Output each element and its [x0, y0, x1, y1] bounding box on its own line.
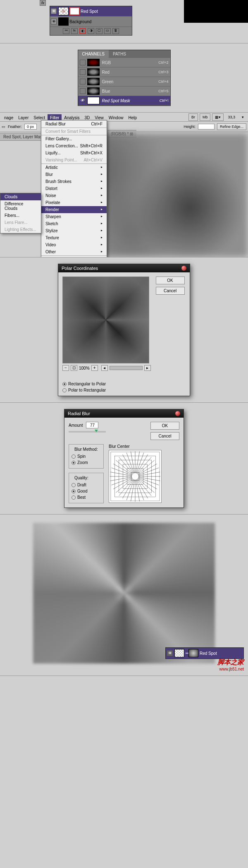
scroll-right-icon[interactable]: ▸: [144, 365, 151, 371]
preview-image[interactable]: [62, 277, 149, 363]
cancel-button[interactable]: Cancel: [156, 287, 185, 295]
mini-bridge-button[interactable]: Mb: [200, 113, 211, 121]
menu-item-stylize[interactable]: Stylize: [41, 227, 107, 234]
close-icon[interactable]: [175, 411, 180, 416]
bridge-button[interactable]: Br: [188, 113, 198, 121]
zoom-dropdown-icon[interactable]: ▾: [239, 114, 246, 120]
tab-paths[interactable]: PATHS: [109, 50, 130, 58]
fx-badge[interactable]: fx: [40, 0, 46, 6]
menu-item-other[interactable]: Other: [41, 248, 107, 255]
new-layer-icon[interactable]: ▭: [104, 28, 111, 34]
radio-polar-to-rect[interactable]: Polar to Rectangular: [62, 387, 186, 393]
channel-row[interactable]: Blue Ctrl+5: [78, 87, 170, 96]
menu-item-digimarc[interactable]: Digimarc: [41, 255, 107, 257]
menu-image[interactable]: nage: [2, 114, 16, 121]
scroll-left-icon[interactable]: ◂: [101, 365, 108, 371]
layer-row[interactable]: 👁 Red Spot: [50, 6, 132, 17]
radio-zoom[interactable]: Zoom: [72, 459, 101, 466]
menu-item-filter-gallery[interactable]: Filter Gallery...: [41, 135, 107, 142]
visibility-icon[interactable]: 👁: [51, 8, 57, 14]
ok-button[interactable]: OK: [150, 422, 179, 430]
menu-item-blur[interactable]: Blur: [41, 171, 107, 178]
channel-thumbnail[interactable]: [87, 87, 100, 95]
menu-item-texture[interactable]: Texture: [41, 234, 107, 241]
menu-item-sharpen[interactable]: Sharpen: [41, 213, 107, 220]
layer-row[interactable]: 👁 Background: [50, 17, 132, 27]
menu-item-fibers---[interactable]: Fibers...: [0, 212, 41, 219]
menu-layer[interactable]: Layer: [16, 114, 31, 121]
menu-item-lens-correction[interactable]: Lens Correction...Shift+Ctrl+R: [41, 142, 107, 149]
menu-window[interactable]: Window: [106, 114, 126, 121]
channel-row[interactable]: 👁 Red Spot Mask Ctrl+\: [78, 96, 170, 106]
visibility-icon[interactable]: [80, 88, 86, 94]
zoom-fit-button[interactable]: ⊡: [71, 365, 77, 371]
radio-best[interactable]: Best: [72, 494, 101, 500]
dialog-title: Radial Blur: [68, 411, 90, 416]
add-mask-icon[interactable]: ◐: [79, 28, 86, 34]
height-input[interactable]: [198, 124, 215, 130]
layer-thumbnail[interactable]: [58, 17, 69, 26]
link-icon[interactable]: ⚯: [186, 652, 188, 655]
visibility-icon[interactable]: [80, 60, 86, 65]
layer-row[interactable]: 👁 ⚯ Red Spot: [165, 647, 244, 659]
zoom-out-button[interactable]: −: [62, 365, 69, 371]
menu-item-render[interactable]: Render: [41, 206, 107, 213]
channel-row[interactable]: Red Ctrl+3: [78, 67, 170, 77]
menu-item-lens-flare---[interactable]: Lens Flare...: [0, 219, 41, 226]
menu-item-video[interactable]: Video: [41, 241, 107, 248]
fx-icon[interactable]: fx: [71, 28, 78, 34]
visibility-icon[interactable]: 👁: [51, 19, 57, 24]
channel-thumbnail[interactable]: [87, 68, 100, 76]
close-icon[interactable]: [181, 266, 186, 271]
visibility-icon[interactable]: 👁: [80, 98, 86, 103]
radio-good[interactable]: Good: [72, 488, 101, 494]
delete-icon[interactable]: 🗑: [112, 28, 119, 34]
layer-thumbnail[interactable]: [174, 649, 184, 657]
menu-item-liquify[interactable]: Liquify...Shift+Ctrl+X: [41, 149, 107, 156]
view-options-icon[interactable]: ▦▾: [212, 113, 224, 121]
scrollbar[interactable]: [110, 366, 143, 370]
radio-spin[interactable]: Spin: [72, 453, 101, 459]
radio-rect-to-polar[interactable]: Rectangular to Polar: [62, 381, 186, 387]
menu-item-artistic[interactable]: Artistic: [41, 164, 107, 171]
visibility-icon[interactable]: [80, 69, 86, 75]
menu-item-lighting-effects---[interactable]: Lighting Effects...: [0, 226, 41, 233]
layer-mask-thumbnail[interactable]: [69, 7, 80, 15]
channel-thumbnail[interactable]: [87, 97, 100, 104]
menu-item-clouds[interactable]: Clouds: [0, 193, 41, 200]
radio-draft[interactable]: Draft: [72, 482, 101, 488]
tab-channels[interactable]: CHANNELS: [78, 50, 109, 58]
refine-edge-button[interactable]: Refine Edge...: [217, 123, 246, 130]
menu-item-sketch[interactable]: Sketch: [41, 220, 107, 227]
link-layers-icon[interactable]: ⚯: [63, 28, 69, 34]
adjustment-layer-icon[interactable]: ◑: [88, 28, 94, 34]
menu-item-vanishing-point[interactable]: Vanishing Point...Alt+Ctrl+V: [41, 156, 107, 164]
channel-thumbnail[interactable]: [87, 78, 100, 85]
visibility-icon[interactable]: [80, 79, 86, 84]
feather-input[interactable]: [24, 124, 37, 130]
layer-thumbnail[interactable]: [58, 7, 69, 15]
amount-input[interactable]: [86, 422, 98, 428]
menu-help[interactable]: Help: [126, 114, 139, 121]
menu-item-difference-clouds[interactable]: Difference Clouds: [0, 200, 41, 212]
zoom-in-button[interactable]: +: [91, 365, 98, 371]
menu-item-convert-smart[interactable]: Convert for Smart Filters: [41, 127, 107, 135]
group-icon[interactable]: ▢: [96, 28, 103, 34]
menu-item-last-filter[interactable]: Radial BlurCtrl+F: [41, 120, 107, 127]
channel-thumbnail[interactable]: [87, 59, 100, 66]
menu-item-noise[interactable]: Noise: [41, 192, 107, 199]
tool-preset-icon[interactable]: ▭: [2, 125, 5, 129]
blur-center-picker[interactable]: [109, 450, 162, 503]
menu-item-brush-strokes[interactable]: Brush Strokes: [41, 178, 107, 185]
layer-mask-thumbnail[interactable]: [188, 649, 198, 657]
amount-slider[interactable]: [69, 431, 106, 433]
svg-line-32: [138, 460, 155, 474]
menu-item-distort[interactable]: Distort: [41, 185, 107, 192]
ok-button[interactable]: OK: [156, 277, 185, 284]
channel-row[interactable]: RGB Ctrl+2: [78, 58, 170, 67]
cancel-button[interactable]: Cancel: [150, 432, 179, 440]
zoom-level[interactable]: 33,3: [225, 114, 238, 120]
menu-item-pixelate[interactable]: Pixelate: [41, 199, 107, 206]
visibility-icon[interactable]: 👁: [167, 650, 173, 656]
channel-row[interactable]: Green Ctrl+4: [78, 77, 170, 87]
